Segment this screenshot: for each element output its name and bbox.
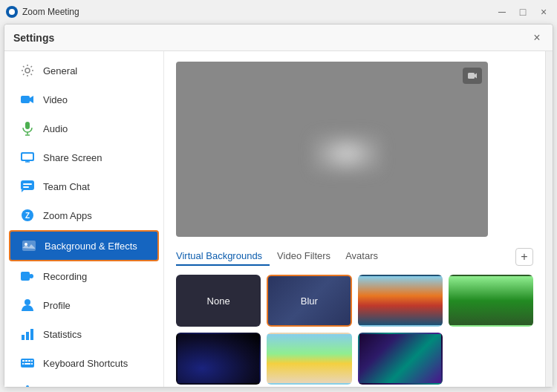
keyboard-icon — [19, 355, 36, 371]
window-controls: ─ □ × — [495, 4, 551, 19]
sidebar-label-video: Video — [43, 94, 68, 105]
svg-rect-26 — [22, 363, 24, 365]
svg-point-29 — [26, 385, 29, 387]
settings-window: Settings × General — [4, 24, 553, 388]
record-icon — [19, 268, 36, 284]
bg-beach[interactable] — [267, 333, 351, 385]
settings-body: General Video — [4, 51, 553, 387]
svg-rect-20 — [30, 329, 33, 340]
svg-rect-27 — [25, 363, 30, 365]
svg-rect-7 — [22, 154, 33, 160]
apps-icon: Z — [19, 207, 36, 223]
sidebar-item-team-chat[interactable]: Team Chat — [9, 172, 159, 200]
svg-point-16 — [29, 274, 33, 278]
sidebar-label-recording: Recording — [43, 271, 87, 282]
svg-point-0 — [9, 9, 15, 15]
sidebar-label-keyboard-shortcuts: Keyboard Shortcuts — [43, 358, 128, 369]
sidebar-label-team-chat: Team Chat — [43, 181, 90, 192]
svg-point-1 — [25, 68, 30, 73]
backgrounds-grid: None Blur — [176, 275, 533, 385]
sidebar-item-audio[interactable]: Audio — [9, 114, 159, 143]
share-screen-icon — [19, 149, 36, 166]
gear-icon — [19, 62, 36, 79]
background-icon — [21, 238, 37, 254]
sidebar: General Video — [4, 51, 164, 387]
add-background-button[interactable]: + — [515, 248, 533, 266]
chat-icon — [19, 178, 36, 195]
sidebar-item-recording[interactable]: Recording — [9, 262, 159, 290]
svg-rect-30 — [468, 73, 475, 79]
tab-virtual-backgrounds[interactable]: Virtual Backgrounds — [176, 247, 270, 266]
bg-blur[interactable]: Blur — [267, 275, 351, 327]
sidebar-item-background-effects[interactable]: Background & Effects — [9, 230, 159, 261]
sidebar-item-accessibility[interactable]: Accessibility — [9, 378, 159, 387]
tab-avatars[interactable]: Avatars — [338, 247, 385, 266]
accessibility-icon — [19, 384, 36, 387]
app-icon — [6, 6, 18, 18]
sidebar-label-zoom-apps: Zoom Apps — [43, 210, 92, 221]
sidebar-label-statistics: Statistics — [43, 329, 82, 340]
sidebar-item-keyboard-shortcuts[interactable]: Keyboard Shortcuts — [9, 349, 159, 377]
sidebar-label-share-screen: Share Screen — [43, 152, 102, 163]
sidebar-item-profile[interactable]: Profile — [9, 291, 159, 319]
tabs-bar: Virtual Backgrounds Video Filters Avatar… — [176, 247, 533, 266]
svg-rect-2 — [21, 96, 30, 103]
svg-rect-24 — [28, 360, 30, 362]
sidebar-item-statistics[interactable]: Statistics — [9, 320, 159, 348]
camera-icon — [463, 68, 482, 84]
svg-rect-22 — [22, 360, 25, 362]
tab-video-filters[interactable]: Video Filters — [270, 247, 338, 266]
sidebar-item-zoom-apps[interactable]: Z Zoom Apps — [9, 201, 159, 229]
sidebar-label-accessibility: Accessibility — [43, 387, 96, 388]
blur-effect — [310, 131, 384, 176]
svg-rect-23 — [25, 360, 27, 362]
bg-bridge[interactable] — [358, 275, 443, 327]
svg-rect-8 — [21, 180, 34, 190]
maximize-button[interactable]: □ — [515, 4, 530, 19]
svg-rect-28 — [31, 363, 33, 365]
svg-rect-10 — [23, 186, 29, 188]
main-content: Virtual Backgrounds Video Filters Avatar… — [164, 51, 545, 387]
bg-none[interactable]: None — [176, 275, 261, 327]
sidebar-label-profile: Profile — [43, 300, 71, 311]
sidebar-item-general[interactable]: General — [9, 56, 159, 85]
sidebar-label-background-effects: Background & Effects — [45, 241, 137, 252]
svg-text:Z: Z — [25, 212, 30, 220]
sidebar-item-share-screen[interactable]: Share Screen — [9, 143, 159, 172]
app-title: Zoom Meeting — [22, 7, 79, 17]
svg-rect-18 — [22, 335, 25, 340]
video-icon — [19, 91, 36, 108]
settings-title: Settings — [13, 32, 54, 44]
stats-icon — [19, 326, 36, 342]
bg-grass[interactable] — [449, 275, 533, 327]
profile-icon — [19, 297, 36, 313]
title-bar: Zoom Meeting ─ □ × — [0, 0, 557, 24]
bg-blur-label: Blur — [301, 295, 318, 307]
sidebar-item-video[interactable]: Video — [9, 85, 159, 114]
svg-rect-25 — [31, 360, 33, 362]
bg-none-label: None — [207, 295, 230, 307]
svg-rect-9 — [23, 183, 32, 185]
minimize-button[interactable]: ─ — [495, 4, 509, 19]
svg-rect-15 — [21, 272, 30, 281]
settings-close-button[interactable]: × — [530, 31, 544, 45]
bg-space[interactable] — [176, 333, 261, 385]
svg-rect-19 — [26, 332, 29, 340]
video-preview — [176, 62, 488, 237]
mic-icon — [19, 120, 36, 137]
sidebar-label-general: General — [43, 65, 77, 76]
svg-rect-3 — [25, 122, 30, 129]
bg-aurora[interactable] — [358, 333, 443, 385]
settings-header: Settings × — [4, 24, 553, 51]
svg-point-17 — [25, 299, 30, 305]
close-window-button[interactable]: × — [536, 4, 551, 19]
scrollbar-panel — [545, 51, 553, 387]
svg-rect-13 — [22, 241, 36, 251]
sidebar-label-audio: Audio — [43, 123, 68, 134]
